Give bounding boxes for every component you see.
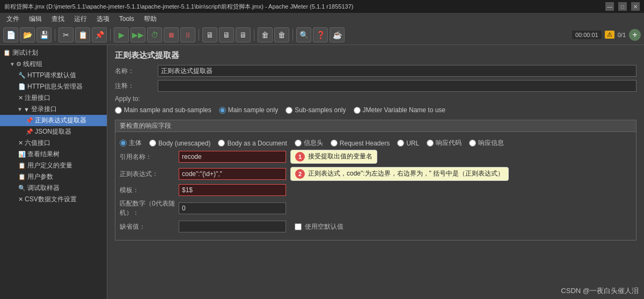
sidebar-item[interactable]: ✕注册接口	[0, 92, 107, 104]
apply-radios: Main sample and sub-samples Main sample …	[115, 105, 636, 115]
menu-item-查找[interactable]: 查找	[47, 14, 69, 24]
use-empty-label: 使用空默认值	[305, 222, 343, 231]
menu-item-Tools[interactable]: Tools	[115, 14, 138, 23]
radio-jmeter-var[interactable]: JMeter Variable Name to use	[354, 106, 446, 114]
minimize-button[interactable]: —	[605, 2, 614, 11]
sidebar-item[interactable]: 📊查看结果树	[0, 149, 107, 160]
menu-bar: 文件编辑查找运行选项Tools帮助	[0, 13, 644, 25]
stop-button[interactable]: ⏹	[164, 27, 179, 42]
sidebar-item[interactable]: 🔍调试取样器	[0, 183, 107, 194]
shutdown-button[interactable]: ⏸	[180, 27, 195, 42]
radio-request-headers[interactable]: Request Headers	[331, 140, 390, 147]
tree-toggle-icon: ▼	[10, 61, 15, 67]
radio-headers[interactable]: 信息头	[295, 138, 323, 148]
remote-stop-button[interactable]: 🖥	[219, 27, 234, 42]
sidebar-item[interactable]: 📌正则表达式提取器	[0, 115, 107, 126]
tree-item-icon: 📋	[18, 162, 26, 169]
tree-item-label: 测试计划	[12, 48, 38, 57]
tree-item-label: HTTP信息头管理器	[27, 82, 83, 91]
annotation-text-1: 接受提取出值的变量名	[308, 152, 372, 161]
ref-name-input[interactable]	[179, 151, 286, 163]
match-no-input[interactable]	[179, 202, 286, 214]
sidebar-item[interactable]: 📋测试计划	[0, 47, 107, 59]
remote-exit-button[interactable]: 🖥	[236, 27, 251, 42]
new-button[interactable]: 📄	[3, 27, 18, 42]
cut-button[interactable]: ✂	[58, 27, 74, 42]
tree-item-icon: ✕	[18, 94, 23, 101]
help-button[interactable]: ❓	[313, 27, 328, 42]
menu-item-运行[interactable]: 运行	[70, 14, 91, 24]
maximize-button[interactable]: □	[618, 2, 627, 11]
clear-button[interactable]: 🗑	[258, 27, 273, 42]
tree-item-label: 线程组	[23, 60, 42, 69]
match-no-label: 匹配数字（0代表随机）：	[120, 199, 179, 217]
paste-button[interactable]: 📌	[92, 27, 107, 42]
separator-1	[55, 29, 55, 41]
comment-input[interactable]	[158, 80, 636, 92]
add-thread-button[interactable]: +	[629, 29, 641, 41]
sidebar-item[interactable]: 🔧HTTP请求默认值	[0, 70, 107, 81]
use-empty-checkbox[interactable]	[295, 223, 302, 230]
menu-item-帮助[interactable]: 帮助	[140, 14, 161, 24]
radio-body-doc[interactable]: Body as a Document	[218, 140, 287, 147]
use-empty-row: 使用空默认值	[295, 222, 343, 231]
apply-section: Apply to: Main sample and sub-samples Ma…	[115, 95, 636, 115]
tree-item-icon: 🔧	[18, 72, 26, 79]
tree-item-label: 用户定义的变量	[27, 161, 72, 170]
tree-item-icon: ✕	[18, 196, 23, 203]
tree-item-label: CSV数据文件设置	[25, 195, 77, 204]
remote-start-button[interactable]: 🖥	[202, 27, 217, 42]
close-button[interactable]: ✕	[631, 2, 640, 11]
clear-all-button[interactable]: 🗑	[274, 27, 289, 42]
annotation-text-2: 正则表达式，code":为左边界，右边界为，" 括号中是（正则表达式）	[308, 169, 504, 178]
tree-item-label: 登录接口	[31, 105, 57, 114]
tree-item-icon: 🔍	[18, 185, 26, 192]
radio-main-only[interactable]: Main sample only	[219, 106, 278, 114]
sidebar-item[interactable]: ✕CSV数据文件设置	[0, 194, 107, 205]
save-button[interactable]: 💾	[36, 27, 52, 42]
radio-body[interactable]: 主体	[120, 138, 142, 148]
open-button[interactable]: 📂	[20, 27, 35, 42]
menu-item-编辑[interactable]: 编辑	[25, 14, 46, 24]
section-header: 要检查的响应字段	[115, 120, 636, 132]
radio-sub-only[interactable]: Sub-samples only	[286, 106, 346, 114]
main-layout: 📋测试计划▼⚙线程组🔧HTTP请求默认值📄HTTP信息头管理器✕注册接口▼▼登录…	[0, 45, 644, 299]
tree-item-icon: 📋	[3, 49, 11, 56]
radio-url[interactable]: URL	[397, 140, 419, 147]
title-bar: 前程贷脚本.jmx (D:\jmeter5.1.1\apache-jmeter-…	[0, 0, 644, 13]
elapsed-time: 00:00:01	[572, 31, 602, 39]
panel-title: 正则表达式提取器	[115, 50, 636, 61]
menu-item-文件[interactable]: 文件	[2, 14, 24, 24]
radio-main-sub[interactable]: Main sample and sub-samples	[115, 106, 211, 114]
start-no-pause-button[interactable]: ▶▶	[130, 27, 145, 42]
watermark: CSDN @一夜白头催人泪	[561, 286, 639, 296]
copy-button[interactable]: 📋	[75, 27, 90, 42]
name-input[interactable]	[158, 65, 636, 77]
sidebar-item[interactable]: ▼⚙线程组	[0, 59, 107, 70]
sidebar-item[interactable]: 📄HTTP信息头管理器	[0, 81, 107, 92]
name-row: 名称：	[115, 65, 636, 77]
ref-name-label: 引用名称：	[120, 152, 179, 162]
start-scheduler-button[interactable]: ⏱	[147, 27, 162, 42]
template-input[interactable]	[179, 184, 286, 196]
warning-icon: ⚠	[607, 31, 612, 38]
radio-body-unescaped[interactable]: Body (unescaped)	[149, 140, 210, 147]
search-button[interactable]: 🔍	[296, 27, 311, 42]
apply-label: Apply to:	[115, 95, 636, 103]
sidebar-item[interactable]: 📋用户参数	[0, 171, 107, 183]
sidebar-item[interactable]: ▼▼登录接口	[0, 104, 107, 115]
default-input[interactable]	[179, 221, 286, 232]
menu-item-选项[interactable]: 选项	[92, 14, 114, 24]
sidebar-item[interactable]: 📌JSON提取器	[0, 126, 107, 137]
separator-3	[199, 29, 199, 41]
sidebar-item[interactable]: 📋用户定义的变量	[0, 160, 107, 171]
sidebar-item[interactable]: ✕六值接口	[0, 137, 107, 149]
separator-4	[254, 29, 254, 41]
start-button[interactable]: ▶	[114, 27, 129, 42]
tree-item-label: 六值接口	[25, 138, 50, 148]
regex-input[interactable]	[179, 168, 286, 180]
radio-response-msg[interactable]: 响应信息	[469, 138, 504, 148]
regex-row: 正则表达式： 2 正则表达式，code":为左边界，右边界为，" 括号中是（正则…	[120, 167, 632, 181]
logo-button[interactable]: ☕	[330, 27, 345, 42]
radio-response-code[interactable]: 响应代码	[427, 138, 462, 148]
